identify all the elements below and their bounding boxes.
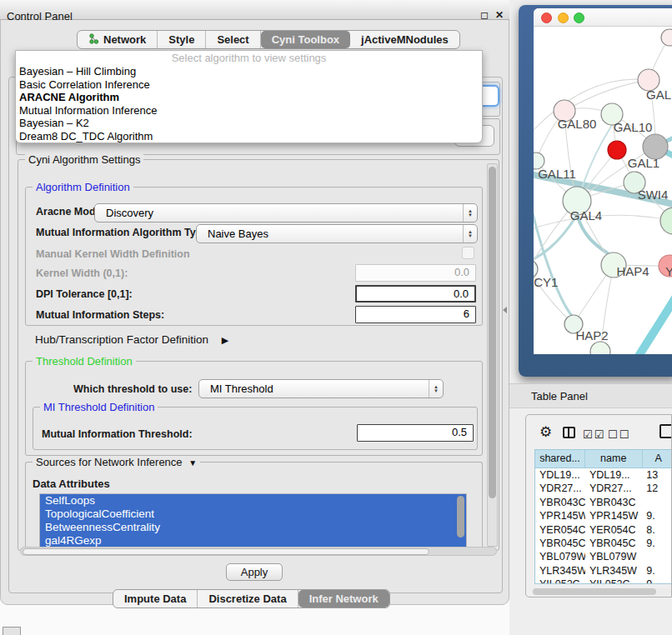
popup-algorithm-item[interactable]: ARACNE Algorithm [16, 91, 482, 104]
table-cell: YBR045C [585, 537, 642, 550]
mi-type-value: Naive Bayes [208, 228, 268, 240]
column-layout-icon[interactable] [563, 427, 575, 438]
network-node[interactable] [661, 29, 672, 46]
aracne-mode-combobox[interactable]: Discovery ▲▼ [94, 203, 478, 222]
table-row[interactable]: YDL19...YDL19...13 [535, 468, 672, 482]
which-threshold-label: Which threshold to use: [73, 383, 192, 395]
data-attribute-item[interactable]: TopologicalCoefficient [40, 508, 466, 521]
table-cell: YER054C [535, 523, 585, 537]
select-all-checkboxes-icon[interactable]: ☑☑ [583, 428, 605, 442]
tab-infer-network-label: Infer Network [309, 592, 379, 605]
dpi-tolerance-label: DPI Tolerance [0,1]: [36, 288, 133, 300]
table-cell: YDR27... [585, 482, 642, 495]
tab-discretize-data[interactable]: Discretize Data [198, 590, 298, 608]
tab-network-label: Network [103, 33, 146, 46]
table-horizontal-scrollbar[interactable] [531, 588, 671, 596]
tab-cyni-toolbox[interactable]: Cyni Toolbox [261, 31, 350, 48]
table-row[interactable]: YDR27...YDR27...12 [535, 482, 672, 495]
close-panel-icon[interactable]: ✕ [495, 9, 504, 21]
mi-type-label: Mutual Information Algorithm Type: [36, 227, 211, 238]
settings-vertical-scrollbar[interactable] [487, 163, 498, 547]
table-cell: YDL19... [535, 468, 585, 482]
float-window-icon[interactable]: ◻ [480, 9, 482, 21]
popup-algorithm-item[interactable]: Dream8 DC_TDC Algorithm [16, 130, 482, 143]
mi-type-combobox[interactable]: Naive Bayes ▲▼ [196, 224, 478, 243]
mi-steps-field[interactable]: 6 [355, 306, 476, 323]
manual-kernel-checkbox[interactable] [462, 247, 474, 259]
close-window-icon[interactable] [541, 12, 552, 23]
table-cell: YLR345W [585, 564, 642, 578]
table-column-header[interactable]: name [585, 450, 643, 468]
network-edge[interactable] [627, 295, 672, 354]
mi-threshold-group: MI Threshold Definition Mutual Informati… [33, 407, 478, 450]
table-row[interactable]: YER054CYER054C8. [535, 523, 672, 537]
table-panel-body: ⚙ ☑☑ ☐☐ shared...nameA YDL19...YDL19...1… [525, 414, 672, 598]
network-node-label: GCY1 [534, 275, 558, 289]
table-cell: YBR043C [585, 496, 642, 509]
settings-horizontal-scrollbar[interactable] [20, 547, 497, 556]
data-attribute-item[interactable]: gal4RGexp [40, 534, 466, 548]
data-attribute-item[interactable]: SelfLoops [40, 494, 466, 508]
dpi-tolerance-field[interactable]: 0.0 [355, 285, 476, 302]
table-row[interactable]: YBL079WYBL079W [535, 550, 672, 563]
tab-style[interactable]: Style [158, 31, 206, 48]
popup-algorithm-item[interactable]: Bayesian – K2 [16, 117, 482, 130]
table-cell: YLR345W [535, 564, 585, 578]
network-node[interactable] [660, 208, 672, 234]
tab-impute-data[interactable]: Impute Data [113, 590, 198, 608]
popup-algorithm-item[interactable]: Basic Correlation Inference [16, 78, 482, 92]
table-horizontal-scrollbar-thumb[interactable] [533, 588, 656, 595]
settings-vertical-scrollbar-thumb[interactable] [489, 167, 496, 498]
minimize-window-icon[interactable] [558, 12, 569, 23]
cyni-toolbox-pane: Cyni Algorithm Settings Algorithm Defini… [8, 77, 503, 593]
attributes-list-scrollbar[interactable] [457, 496, 464, 538]
algorithm-definition-title: Algorithm Definition [33, 181, 133, 193]
clear-all-checkboxes-icon[interactable]: ☐☐ [608, 428, 630, 442]
stepper-arrows-icon: ▲▼ [429, 380, 443, 398]
network-node[interactable] [608, 141, 626, 159]
data-attributes-list[interactable]: SelfLoopsTopologicalCoefficientBetweenne… [39, 493, 467, 548]
tab-jactivemnodules[interactable]: jActiveMNodules [350, 31, 459, 48]
sources-group-title[interactable]: Sources for Network Inference ▼ [33, 456, 200, 468]
table-cell [642, 496, 672, 509]
table-column-header[interactable]: A [643, 450, 672, 468]
table-row[interactable]: YBR045CYBR045C9. [535, 537, 672, 550]
which-threshold-combobox[interactable]: MI Threshold ▲▼ [198, 379, 444, 398]
control-panel-titlebar[interactable] [0, 0, 509, 20]
table-cell: YDL19... [585, 468, 642, 482]
node-attribute-table[interactable]: shared...nameA YDL19...YDL19...13YDR27..… [534, 449, 672, 584]
popup-algorithm-item[interactable]: Bayesian – Hill Climbing [16, 65, 482, 78]
network-node-label: HAP2 [575, 328, 608, 342]
algorithm-dropdown-popup: Select algorithm to view settings Bayesi… [15, 50, 483, 143]
popup-algorithm-item[interactable]: Mutual Information Inference [16, 104, 482, 118]
settings-horizontal-scrollbar-thumb[interactable] [23, 548, 429, 555]
table-cell: 9. [642, 537, 672, 550]
network-window-titlebar[interactable] [534, 8, 672, 27]
table-row[interactable]: YBR043CYBR043C [535, 496, 672, 509]
application-root: Control Panel ◻ ✕ Network Style Select C… [0, 0, 672, 635]
table-row[interactable]: YLR345WYLR345W9. [535, 564, 672, 578]
table-cell: YDR27... [535, 482, 585, 495]
tab-select[interactable]: Select [206, 31, 260, 48]
hub-definition-expander[interactable]: Hub/Transcription Factor Definition ▶ [35, 333, 228, 346]
zoom-window-icon[interactable] [574, 12, 584, 23]
panel-divider-arrow-icon[interactable] [503, 307, 507, 313]
apply-button[interactable]: Apply [226, 563, 283, 581]
table-row[interactable]: YIL052CYIL052C9 [535, 578, 672, 584]
tab-infer-network[interactable]: Infer Network [298, 590, 389, 608]
data-attribute-item[interactable]: BetweennessCentrality [40, 521, 466, 534]
gear-icon[interactable]: ⚙ [539, 425, 552, 439]
network-node[interactable] [590, 342, 610, 354]
control-panel-title: Control Panel [7, 10, 73, 22]
mi-threshold-field[interactable]: 0.5 [357, 424, 474, 442]
kernel-width-field[interactable]: 0.0 [355, 264, 476, 282]
sources-group: Sources for Network Inference ▼ Data Att… [25, 462, 483, 548]
network-tree-icon [88, 33, 99, 47]
new-table-icon[interactable] [659, 424, 672, 438]
table-column-header[interactable]: shared... [535, 450, 585, 468]
minimized-panel-icon[interactable] [3, 627, 21, 635]
tab-network[interactable]: Network [78, 31, 158, 48]
network-view-canvas[interactable]: GALGAL80GAL10GAL1GAL11SWI4GAL4GCY1HAP4YH… [534, 27, 672, 354]
tab-impute-data-label: Impute Data [124, 592, 186, 605]
table-row[interactable]: YPR145WYPR145W9. [535, 509, 672, 522]
